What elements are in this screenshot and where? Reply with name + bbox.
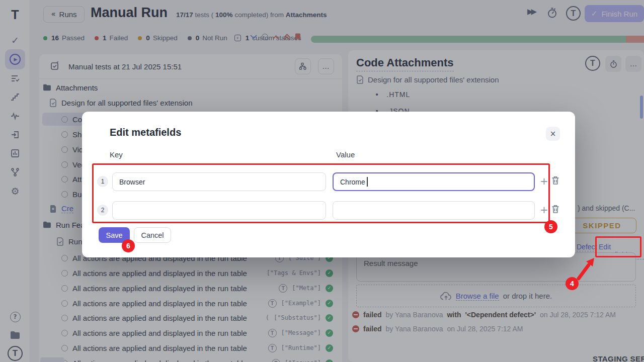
delete-row-icon[interactable] (551, 205, 559, 216)
modal-close-button[interactable]: × (546, 127, 560, 141)
close-icon: × (550, 130, 556, 138)
annotation-box-rows (92, 163, 550, 223)
value-column-label: Value (336, 150, 355, 159)
key-column-label: Key (110, 150, 123, 159)
annotation-badge-5: 5 (544, 220, 557, 233)
modal-title: Edit metafields (110, 127, 181, 138)
delete-row-icon[interactable] (551, 176, 559, 187)
annotation-box-edit-metafields (595, 236, 641, 257)
cancel-button[interactable]: Cancel (134, 227, 171, 243)
annotation-badge-6: 6 (122, 239, 135, 252)
annotation-badge-4: 4 (566, 277, 579, 290)
